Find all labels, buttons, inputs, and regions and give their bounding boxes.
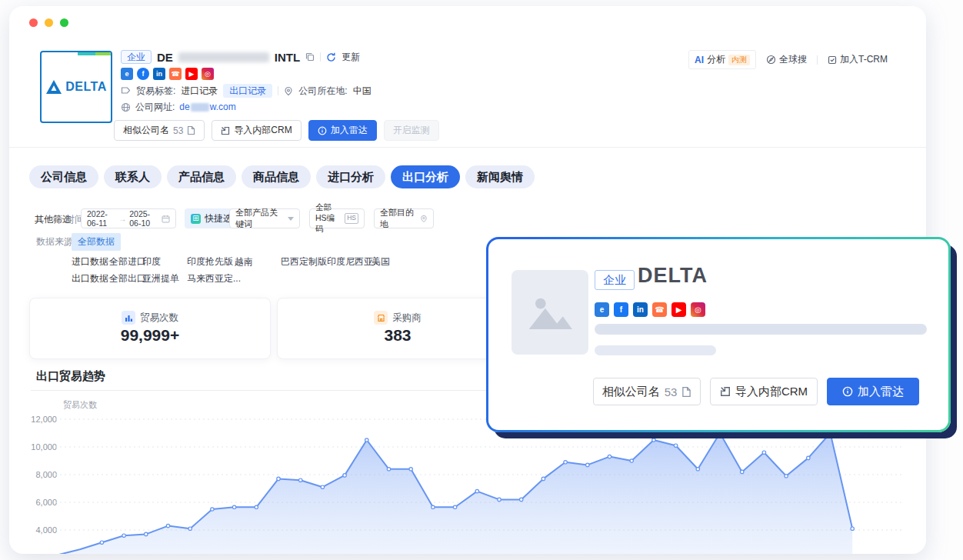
data-source-item[interactable]: 巴西定制版 [281, 255, 327, 268]
destination-select[interactable]: 全部目的地 [374, 208, 434, 228]
trade-count-card: 贸易次数 99,999+ [29, 298, 271, 359]
separator [278, 86, 278, 95]
buyer-count-value: 383 [278, 326, 518, 345]
delta-triangle-icon [45, 79, 62, 95]
date-range-input[interactable]: 2022-06-11 → 2025-06-10 [81, 208, 176, 228]
company-title-row: 企业 DE INTL 更新 [121, 48, 360, 65]
tab-bar: 公司信息联系人产品信息商品信息进口分析出口分析新闻舆情 [29, 165, 535, 188]
separator [817, 55, 818, 65]
instagram-icon[interactable]: ◎ [202, 68, 214, 80]
export-record-tag[interactable]: 出口记录 [223, 84, 272, 98]
window-close-button[interactable] [29, 18, 38, 27]
website-label: 公司网址: [135, 101, 175, 114]
tab-4[interactable]: 进口分析 [316, 165, 385, 188]
logo-accent-stripe [42, 52, 111, 55]
info-circle-icon [318, 126, 327, 135]
company-type-badge: 企业 [121, 50, 152, 64]
location-value: 中国 [353, 85, 372, 98]
tab-5[interactable]: 出口分析 [391, 165, 460, 188]
data-source-item[interactable]: 印度抢先版 [187, 255, 233, 268]
calendar-icon [162, 215, 170, 223]
linkedin-icon[interactable]: in [633, 302, 648, 317]
window-zoom-button[interactable] [60, 18, 68, 27]
chart-title: 出口贸易趋势 [36, 369, 105, 384]
company-overlay-card: 企业 DELTA efin☎▶◎ 相似公司名53 导入内部CRM [486, 237, 951, 432]
data-source-item[interactable]: 全部进口 [109, 255, 146, 268]
quick-options-icon: ⊞ [191, 214, 201, 224]
tcrm-box-icon [828, 55, 837, 65]
location-label: 公司所在地: [298, 85, 347, 98]
tab-1[interactable]: 联系人 [104, 165, 162, 188]
redacted-domain [191, 103, 209, 112]
company-logo: DELTA [40, 51, 112, 123]
data-source-item[interactable]: 印度 [142, 255, 161, 268]
global-search-button[interactable]: 全球搜 [766, 53, 807, 66]
product-keyword-select[interactable]: 全部产品关键词 [229, 208, 300, 228]
import-icon [720, 386, 731, 397]
add-tcrm-button[interactable]: 加入T-CRM [828, 53, 888, 66]
tab-0[interactable]: 公司信息 [29, 165, 98, 188]
facebook-icon[interactable]: f [137, 68, 149, 80]
website-link[interactable]: de w.com [179, 102, 235, 112]
ai-analysis-button[interactable]: AI分析 内测 [688, 50, 756, 69]
skeleton-bar [595, 324, 927, 335]
header-divider [9, 147, 926, 148]
instagram-icon[interactable]: ◎ [691, 302, 705, 317]
window-minimize-button[interactable] [45, 18, 53, 27]
overlay-add-radar-button[interactable]: 加入雷达 [827, 378, 919, 405]
page-background: DELTA 企业 DE INTL 更新 efin☎▶◎ 贸易标签: 进口记录 [0, 0, 963, 560]
website-row: 公司网址: de w.com [121, 101, 236, 113]
skeleton-bar [595, 345, 716, 355]
hs-code-select[interactable]: 全部HS编码 HS [309, 208, 365, 228]
data-source-item[interactable]: 全部出口 [109, 272, 146, 285]
copy-icon[interactable] [305, 52, 315, 62]
import-record-tag[interactable]: 进口记录 [181, 85, 218, 98]
data-source-label: 数据来源 [36, 235, 73, 248]
browser-icon[interactable]: e [121, 68, 133, 80]
logo-wordmark: DELTA [65, 80, 106, 94]
overlay-company-name: DELTA [638, 264, 708, 288]
company-image-placeholder [511, 270, 588, 355]
start-monitor-button[interactable]: 开启监测 [384, 120, 439, 141]
linkedin-icon[interactable]: in [153, 68, 165, 80]
overlay-company-type-badge: 企业 [595, 270, 635, 290]
phone-icon[interactable]: ☎ [652, 302, 667, 317]
import-crm-button[interactable]: 导入内部CRM [212, 120, 301, 141]
refresh-icon[interactable] [326, 52, 336, 62]
buyer-count-label: 采购商 [392, 312, 422, 325]
separator [320, 52, 321, 62]
similar-companies-button[interactable]: 相似公司名53 [114, 120, 205, 141]
buyer-count-card: 采购商 383 [277, 298, 518, 359]
document-icon [681, 386, 691, 398]
data-source-item[interactable]: 美国 [372, 255, 390, 268]
chevron-down-icon [288, 217, 294, 221]
data-source-item[interactable]: 越南 [235, 255, 253, 268]
youtube-icon[interactable]: ▶ [671, 302, 686, 317]
data-source-item[interactable]: 马来西亚定... [187, 272, 241, 285]
trade-tags-row: 贸易标签: 进口记录 出口记录 公司所在地: 中国 [121, 84, 372, 98]
data-source-all-chip[interactable]: 全部数据 [72, 233, 121, 251]
overlay-import-crm-button[interactable]: 导入内部CRM [710, 378, 818, 405]
add-radar-button[interactable]: 加入雷达 [308, 120, 377, 141]
company-name-suffix: INTL [275, 51, 300, 64]
tag-icon [121, 86, 131, 96]
store-icon [374, 311, 388, 325]
overlay-similar-companies-button[interactable]: 相似公司名53 [593, 378, 701, 405]
tab-2[interactable]: 产品信息 [167, 165, 236, 188]
phone-icon[interactable]: ☎ [169, 68, 182, 80]
browser-icon[interactable]: e [595, 302, 609, 317]
data-source-item[interactable]: 亚洲提单 [142, 272, 179, 285]
image-icon [525, 292, 575, 332]
tab-3[interactable]: 商品信息 [242, 165, 311, 188]
tab-6[interactable]: 新闻舆情 [465, 165, 535, 188]
update-button[interactable]: 更新 [342, 51, 360, 64]
bar-chart-icon [122, 311, 135, 325]
data-source-row-label: 出口数据 [72, 272, 108, 285]
import-icon [221, 126, 230, 135]
trade-count-value: 99,999+ [30, 326, 270, 345]
beta-badge: 内测 [728, 55, 750, 65]
export-trend-chart [31, 414, 905, 554]
facebook-icon[interactable]: f [614, 302, 628, 317]
info-circle-icon [842, 386, 853, 397]
youtube-icon[interactable]: ▶ [185, 68, 198, 80]
